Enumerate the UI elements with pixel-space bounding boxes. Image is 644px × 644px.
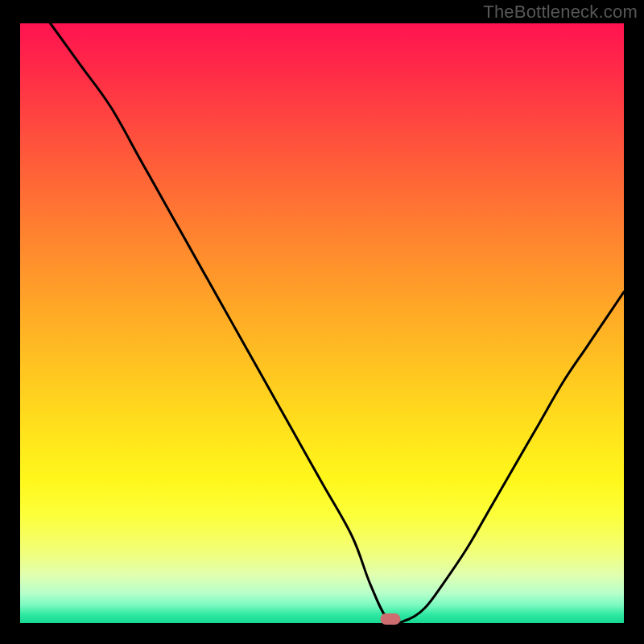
bottleneck-curve (20, 23, 624, 623)
curve-path (51, 23, 625, 624)
chart-frame: TheBottleneck.com (0, 0, 644, 644)
bottleneck-marker (381, 613, 401, 625)
watermark-text: TheBottleneck.com (483, 2, 638, 23)
plot-area (20, 23, 624, 623)
